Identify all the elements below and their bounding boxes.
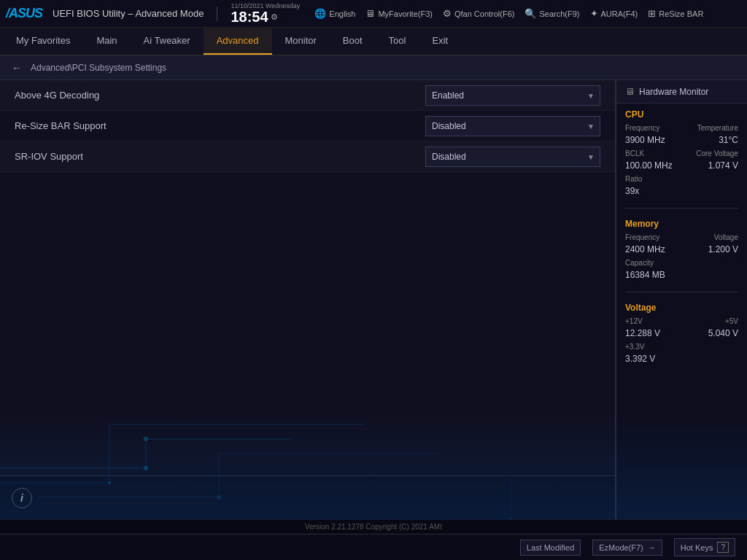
cpu-bclk-label: BCLK: [625, 149, 644, 158]
resizebar-label: ReSize BAR: [659, 9, 703, 18]
resizebar-support-select[interactable]: Enabled Disabled: [425, 116, 600, 136]
nav-ai-tweaker[interactable]: Ai Tweaker: [131, 28, 204, 55]
cpu-core-voltage-value: 1.074 V: [708, 160, 738, 171]
sriov-row: SR-IOV Support Enabled Disabled ▼: [0, 141, 615, 172]
language-label: English: [329, 9, 355, 18]
nav-favorites[interactable]: My Favorites: [3, 28, 83, 55]
cpu-frequency-value: 3900 MHz: [625, 135, 665, 145]
breadcrumb-path: Advanced\PCI Subsystem Settings: [31, 63, 166, 73]
cpu-frequency-row: Frequency Temperature: [625, 124, 738, 132]
resizebar-support-label: Re-Size BAR Support: [15, 120, 107, 131]
header-bar: /ASUS UEFI BIOS Utility – Advanced Mode …: [0, 0, 747, 28]
resizebar-icon: ⊞: [648, 8, 656, 19]
language-tool[interactable]: 🌐 English: [314, 8, 355, 19]
last-modified-label: Last Modified: [527, 543, 574, 552]
last-modified-button[interactable]: Last Modified: [520, 540, 581, 556]
bottom-status-bar: Last Modified EzMode(F7) → Hot Keys ?: [0, 534, 747, 560]
memory-voltage-divider: [625, 292, 738, 292]
cpu-frequency-label: Frequency: [625, 124, 659, 132]
voltage-section-title: Voltage: [625, 303, 738, 313]
cpu-temperature-label: Temperature: [697, 124, 738, 132]
hot-keys-label: Hot Keys: [681, 543, 713, 552]
search-label: Search(F9): [539, 9, 579, 18]
bios-title: UEFI BIOS Utility – Advanced Mode: [53, 8, 204, 19]
qfan-label: Qfan Control(F6): [454, 9, 515, 18]
language-icon: 🌐: [314, 8, 326, 19]
above4g-row: Above 4G Decoding Enabled Disabled ▼: [0, 80, 615, 111]
v33-value-row: 3.392 V: [625, 354, 738, 365]
breadcrumb: ← Advanced\PCI Subsystem Settings: [0, 55, 747, 80]
navbar: My Favorites Main Ai Tweaker Advanced Mo…: [0, 28, 747, 55]
main-settings-panel: Above 4G Decoding Enabled Disabled ▼ Re-…: [0, 80, 616, 519]
memory-section: Memory Frequency Voltage 2400 MHz 1.200 …: [616, 213, 747, 287]
above4g-label: Above 4G Decoding: [15, 90, 99, 101]
search-icon: 🔍: [525, 8, 536, 19]
hot-keys-button[interactable]: Hot Keys ?: [674, 538, 735, 556]
qfan-icon: ⚙: [443, 8, 452, 19]
cpu-ratio-row: Ratio: [625, 175, 738, 183]
hw-monitor-title-text: Hardware Monitor: [639, 87, 708, 97]
nav-advanced[interactable]: Advanced: [204, 28, 272, 55]
v12-row: +12V +5V: [625, 317, 738, 325]
search-tool[interactable]: 🔍 Search(F9): [525, 8, 579, 19]
cpu-memory-divider: [625, 208, 738, 209]
ez-mode-arrow-icon: →: [648, 543, 656, 552]
nav-tool[interactable]: Tool: [376, 28, 419, 55]
cpu-temperature-value: 31°C: [719, 135, 738, 145]
nav-exit[interactable]: Exit: [419, 28, 461, 55]
qfan-tool[interactable]: ⚙ Qfan Control(F6): [443, 8, 515, 19]
nav-monitor[interactable]: Monitor: [272, 28, 330, 55]
hot-keys-icon: ?: [717, 542, 729, 553]
cpu-ratio-value: 39x: [625, 186, 639, 196]
asus-logo: /ASUS: [6, 6, 42, 21]
resizebar-tool[interactable]: ⊞ ReSize BAR: [648, 8, 703, 19]
nav-boot[interactable]: Boot: [330, 28, 376, 55]
cpu-bclk-value: 100.00 MHz: [625, 160, 673, 171]
v12-label: +12V: [625, 317, 643, 325]
aura-icon: ✦: [590, 8, 598, 19]
ez-mode-label: EzMode(F7): [599, 543, 643, 552]
v12-value-row: 12.288 V 5.040 V: [625, 328, 738, 340]
version-text: Version 2.21.1278 Copyright (C) 2021 AMI: [305, 523, 442, 531]
datetime-block: 11/10/2021 Wednesday 18:54 ⚙: [231, 3, 300, 24]
back-button[interactable]: ←: [12, 62, 22, 74]
cpu-section: CPU Frequency Temperature 3900 MHz 31°C …: [616, 104, 747, 203]
info-icon: i: [12, 488, 32, 508]
cpu-ratio-label: Ratio: [625, 175, 642, 183]
version-bar: Version 2.21.1278 Copyright (C) 2021 AMI: [0, 519, 747, 534]
sriov-label: SR-IOV Support: [15, 151, 83, 162]
settings-icon[interactable]: ⚙: [271, 12, 278, 22]
cpu-ratio-value-row: 39x: [625, 186, 738, 198]
ez-mode-button[interactable]: EzMode(F7) →: [592, 540, 662, 556]
mem-voltage-label: Voltage: [714, 233, 738, 241]
aura-tool[interactable]: ✦ AURA(F4): [590, 8, 638, 19]
resizebar-support-row: Re-Size BAR Support Enabled Disabled ▼: [0, 111, 615, 141]
voltage-section: Voltage +12V +5V 12.288 V 5.040 V +3.3V …: [616, 297, 747, 371]
memory-section-title: Memory: [625, 219, 738, 229]
sriov-dropdown-wrapper: Enabled Disabled ▼: [425, 147, 600, 167]
resizebar-support-dropdown-wrapper: Enabled Disabled ▼: [425, 116, 600, 136]
info-bar: i: [0, 475, 615, 519]
cpu-section-title: CPU: [625, 109, 738, 120]
cpu-bclk-value-row: 100.00 MHz 1.074 V: [625, 160, 738, 172]
aura-label: AURA(F4): [601, 9, 638, 18]
mem-frequency-value: 2400 MHz: [625, 244, 665, 254]
header-tools: 🌐 English 🖥 MyFavorite(F3) ⚙ Qfan Contro…: [314, 8, 703, 19]
mem-capacity-label: Capacity: [625, 259, 654, 267]
monitor-icon: 🖥: [625, 86, 635, 97]
mem-frequency-value-row: 2400 MHz 1.200 V: [625, 244, 738, 256]
above4g-dropdown-wrapper: Enabled Disabled ▼: [425, 85, 600, 106]
v33-value: 3.392 V: [625, 354, 655, 364]
header-separator: [217, 7, 217, 21]
v12-value: 12.288 V: [625, 328, 660, 338]
myfavorite-tool[interactable]: 🖥 MyFavorite(F3): [365, 8, 433, 19]
mem-capacity-row: Capacity: [625, 259, 738, 267]
v5-label: +5V: [725, 317, 738, 325]
content-area: Above 4G Decoding Enabled Disabled ▼ Re-…: [0, 80, 747, 519]
mem-voltage-value: 1.200 V: [708, 244, 738, 254]
time-display: 18:54: [231, 9, 268, 24]
myfavorite-icon: 🖥: [365, 8, 375, 19]
nav-main[interactable]: Main: [83, 28, 130, 55]
sriov-select[interactable]: Enabled Disabled: [425, 147, 600, 167]
above4g-select[interactable]: Enabled Disabled: [425, 85, 600, 106]
